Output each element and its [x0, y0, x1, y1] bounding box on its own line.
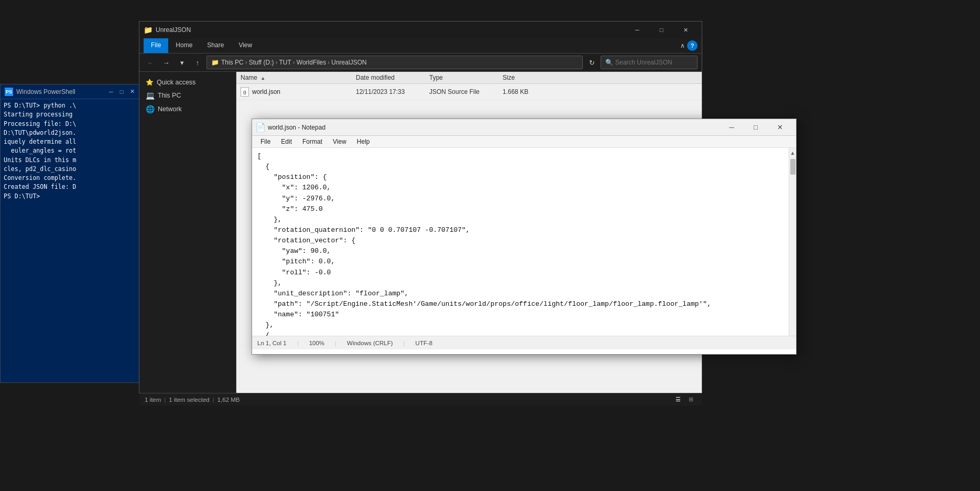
notepad-statusbar: Ln 1, Col 1 | 100% | Windows (CRLF) | UT…	[252, 336, 796, 349]
search-input[interactable]	[615, 59, 694, 66]
notepad-menu: File Edit Format View Help	[252, 136, 796, 148]
ribbon-help-button[interactable]: ?	[687, 40, 698, 51]
ribbon: File Home Share View ∧ ?	[139, 38, 702, 54]
ribbon-right-controls: ∧ ?	[680, 40, 702, 51]
ps-line-11: PS D:\TUT>	[4, 192, 138, 201]
status-size: 1,62 MB	[217, 397, 240, 403]
powershell-controls: ─ □ ✕	[106, 87, 137, 97]
powershell-window: PS Windows PowerShell ─ □ ✕ PS D:\TUT> p…	[0, 84, 141, 383]
ribbon-tabs-row: File Home Share View ∧ ?	[139, 38, 702, 53]
notepad-menu-view[interactable]: View	[328, 136, 352, 147]
powershell-content: PS D:\TUT> python .\ Starting processing…	[1, 99, 141, 382]
ribbon-tabs: File Home Share View	[139, 38, 264, 53]
notepad-maximize-button[interactable]: □	[744, 119, 768, 136]
explorer-folder-icon: 📁	[144, 26, 153, 34]
path-icon: 📁	[211, 59, 219, 66]
powershell-title: Windows PowerShell	[16, 88, 106, 95]
nav-back-button[interactable]: ←	[144, 56, 157, 69]
ps-line-3: Processing file: D:\	[4, 120, 138, 129]
col-header-name[interactable]: Name ▲	[241, 74, 356, 81]
explorer-titlebar: 📁 UnrealJSON ─ □ ✕	[139, 22, 702, 38]
notepad-icon: 📄	[256, 123, 265, 132]
view-details-button[interactable]: ☰	[672, 395, 684, 404]
quick-access-icon: ⭐	[146, 79, 154, 86]
sidebar-item-quick-access[interactable]: ⭐ Quick access	[139, 76, 236, 89]
col-header-date[interactable]: Date modified	[356, 74, 429, 81]
sidebar-item-this-pc[interactable]: 💻 This PC	[139, 89, 236, 102]
ps-line-5: iquely determine all	[4, 137, 138, 146]
file-name: world.json	[252, 88, 280, 95]
status-item-count: 1 item	[145, 397, 161, 403]
file-row[interactable]: {} world.json 12/11/2023 17:33 JSON Sour…	[236, 84, 702, 100]
ps-line-8: cles, pd2_dlc_casino	[4, 165, 138, 174]
explorer-statusbar: 1 item | 1 item selected | 1,62 MB ☰ ⊞	[139, 393, 702, 405]
notepad-title: world.json - Notepad	[268, 124, 720, 131]
sidebar-label-this-pc: This PC	[158, 92, 181, 99]
notepad-line-col: Ln 1, Col 1	[257, 340, 287, 346]
file-date: 12/11/2023 17:33	[356, 88, 429, 95]
path-part-stuff: Stuff (D:)	[249, 59, 274, 66]
notepad-menu-help[interactable]: Help	[352, 136, 375, 147]
ps-close-button[interactable]: ✕	[127, 87, 137, 97]
powershell-icon: PS	[5, 88, 13, 96]
notepad-menu-format[interactable]: Format	[297, 136, 328, 147]
ribbon-tab-file[interactable]: File	[144, 38, 168, 53]
powershell-titlebar: PS Windows PowerShell ─ □ ✕	[1, 84, 141, 99]
scroll-up-arrow[interactable]: ▲	[789, 149, 796, 157]
ribbon-tab-share[interactable]: Share	[200, 38, 231, 53]
notepad-content-area: [ { "position": { "x": 1206.0, "y": -297…	[252, 148, 796, 336]
ribbon-collapse-icon[interactable]: ∧	[680, 42, 685, 49]
explorer-title: UnrealJSON	[156, 26, 625, 34]
nav-up-button[interactable]: ↑	[191, 56, 204, 69]
notepad-close-button[interactable]: ✕	[768, 119, 792, 136]
ps-line-1: PS D:\TUT> python .\	[4, 101, 138, 110]
col-header-size[interactable]: Size	[503, 74, 550, 81]
explorer-window-controls: ─ □ ✕	[625, 22, 698, 38]
notepad-text-area[interactable]: [ { "position": { "x": 1206.0, "y": -297…	[252, 148, 789, 336]
path-part-worldfiles: WorldFiles	[297, 59, 326, 66]
notepad-minimize-button[interactable]: ─	[720, 119, 744, 136]
file-name-cell: {} world.json	[241, 87, 356, 97]
sidebar-label-quick-access: Quick access	[157, 79, 195, 86]
notepad-zoom: 100%	[309, 340, 324, 346]
sidebar-label-network: Network	[158, 105, 182, 113]
address-path[interactable]: 📁 This PC › Stuff (D:) › TUT › WorldFile…	[206, 56, 583, 69]
notepad-encoding: UTF-8	[416, 340, 433, 346]
search-icon: 🔍	[605, 59, 613, 66]
nav-forward-button[interactable]: →	[159, 56, 173, 69]
sort-arrow-name: ▲	[260, 76, 265, 81]
path-part-tut: TUT	[279, 59, 291, 66]
ribbon-tab-view[interactable]: View	[231, 38, 259, 53]
explorer-minimize-button[interactable]: ─	[625, 22, 649, 38]
ps-line-10: Created JSON file: D	[4, 183, 138, 191]
notepad-window-controls: ─ □ ✕	[720, 119, 792, 136]
notepad-window: 📄 world.json - Notepad ─ □ ✕ File Edit F…	[252, 119, 797, 355]
notepad-scrollbar[interactable]: ▲	[789, 148, 796, 336]
search-box[interactable]: 🔍	[601, 56, 698, 69]
address-bar-row: ← → ▾ ↑ 📁 This PC › Stuff (D:) › TUT › W…	[139, 54, 702, 72]
file-size: 1.668 KB	[503, 88, 550, 95]
ps-minimize-button[interactable]: ─	[106, 87, 116, 97]
sidebar: ⭐ Quick access 💻 This PC 🌐 Network	[139, 72, 236, 393]
file-list-header: Name ▲ Date modified Type Size	[236, 72, 702, 84]
json-file-icon: {}	[241, 87, 249, 97]
ribbon-tab-home[interactable]: Home	[168, 38, 200, 53]
nav-recent-button[interactable]: ▾	[175, 56, 189, 69]
nav-refresh-button[interactable]: ↻	[585, 56, 598, 69]
this-pc-icon: 💻	[146, 91, 155, 100]
file-type: JSON Source File	[429, 88, 503, 95]
notepad-line-ending: Windows (CRLF)	[347, 340, 393, 346]
sidebar-item-network[interactable]: 🌐 Network	[139, 102, 236, 116]
status-view-buttons: ☰ ⊞	[672, 395, 696, 404]
ps-line-7: Units DLCs in this m	[4, 156, 138, 165]
view-tiles-button[interactable]: ⊞	[685, 395, 696, 404]
col-header-type[interactable]: Type	[429, 74, 503, 81]
notepad-menu-file[interactable]: File	[255, 136, 276, 147]
scroll-thumb[interactable]	[790, 159, 796, 175]
explorer-maximize-button[interactable]: □	[649, 22, 673, 38]
ps-maximize-button[interactable]: □	[117, 87, 126, 97]
path-part-thispc: This PC	[221, 59, 244, 66]
explorer-close-button[interactable]: ✕	[673, 22, 698, 38]
ps-line-9: Conversion complete.	[4, 174, 138, 183]
notepad-menu-edit[interactable]: Edit	[276, 136, 297, 147]
